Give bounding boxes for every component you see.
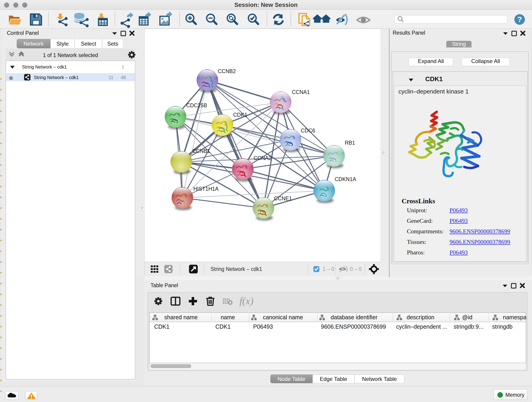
svg-text:CCNB2: CCNB2	[218, 68, 236, 74]
svg-text:f(x): f(x)	[239, 295, 253, 307]
svg-text:0 – 0: 0 – 0	[350, 266, 361, 272]
svg-text:1 – 0: 1 – 0	[323, 266, 334, 272]
svg-text:CDK1: CDK1	[233, 112, 247, 118]
svg-text:CCNE1: CCNE1	[274, 196, 292, 201]
svg-text:String Network – cdk1: String Network – cdk1	[210, 266, 262, 272]
svg-text:RB1: RB1	[345, 140, 355, 146]
svg-text:?: ?	[517, 15, 522, 24]
svg-text:CCNB1: CCNB1	[192, 148, 210, 154]
svg-text:CDKN1A: CDKN1A	[335, 176, 356, 182]
svg-text:CDC25B: CDC25B	[186, 102, 207, 108]
svg-text:CCNA1: CCNA1	[292, 89, 310, 95]
svg-text:HIST1H1A: HIST1H1A	[193, 186, 219, 192]
svg-text:CCNA2: CCNA2	[254, 155, 272, 161]
svg-text:CDC6: CDC6	[301, 128, 315, 134]
